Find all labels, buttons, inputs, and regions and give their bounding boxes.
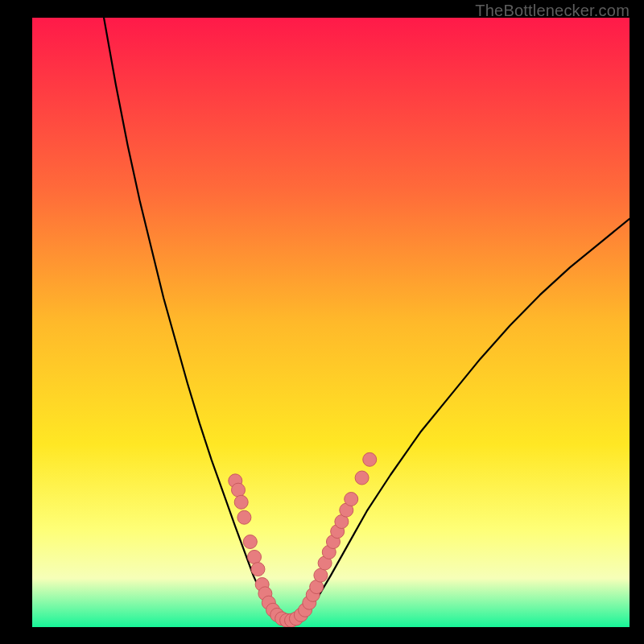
- data-point: [345, 493, 358, 506]
- data-point: [314, 568, 328, 582]
- data-point: [234, 495, 248, 509]
- chart-container: TheBottlenecker.com: [0, 0, 644, 644]
- data-point: [248, 550, 262, 564]
- data-point: [237, 510, 251, 524]
- data-point: [243, 535, 257, 549]
- data-point: [251, 563, 265, 576]
- data-point: [363, 452, 377, 466]
- data-point: [355, 471, 369, 485]
- data-point: [231, 483, 245, 497]
- plot-area: [32, 18, 630, 627]
- chart-svg: [32, 18, 630, 627]
